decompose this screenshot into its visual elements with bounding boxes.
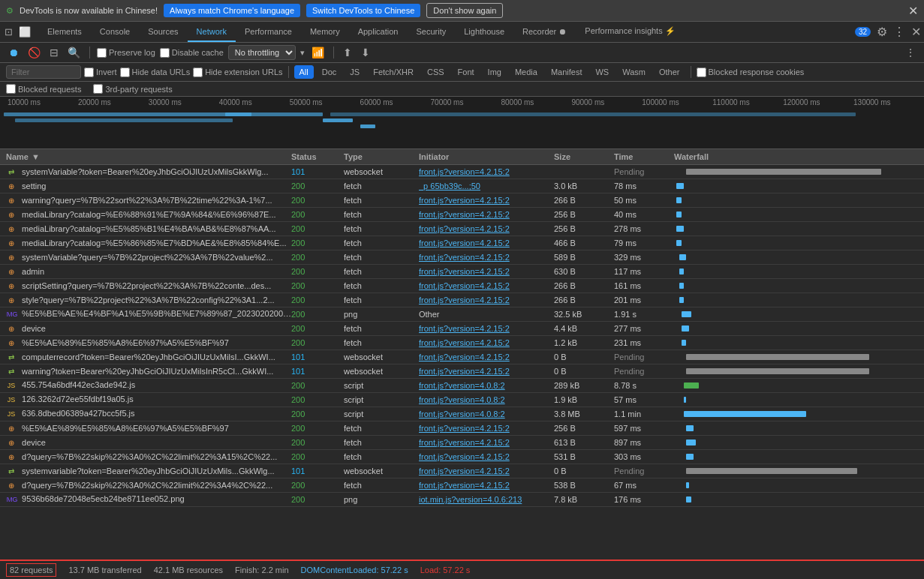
- filter-input[interactable]: [6, 65, 81, 79]
- filter-media[interactable]: Media: [510, 65, 543, 79]
- disable-cache-checkbox[interactable]: [160, 48, 170, 58]
- table-row[interactable]: ⊕ %E5%AE%89%E5%85%A8%E6%97%A5%E5%BF%97 2…: [0, 422, 924, 436]
- table-row[interactable]: ⇄ systemVariable?token=Bearer%20eyJhbGci…: [0, 165, 924, 179]
- table-row[interactable]: ⊕ mediaLibrary?catalog=%E6%88%91%E7%9A%8…: [0, 208, 924, 222]
- table-row[interactable]: ⊕ d?query=%7B%22skip%22%3A0%2C%22limit%2…: [0, 450, 924, 464]
- invert-checkbox[interactable]: [84, 68, 94, 77]
- tab-recorder[interactable]: Recorder ⏺: [513, 22, 576, 42]
- col-initiator-header[interactable]: Initiator: [419, 152, 554, 161]
- initiator-link[interactable]: front.js?version=4.0.8:2: [419, 381, 505, 390]
- tab-network[interactable]: Network: [188, 22, 236, 42]
- table-row[interactable]: IMG 9536b68de72048e5ecb24be8711ee052.png…: [0, 493, 924, 507]
- third-party-checkbox[interactable]: [93, 84, 103, 94]
- blocked-requests-checkbox[interactable]: [6, 84, 16, 94]
- table-row[interactable]: ⇄ warning?token=Bearer%20eyJhbGciOiJIUzU…: [0, 364, 924, 379]
- tab-performance-insights[interactable]: Performance insights ⚡: [576, 22, 684, 42]
- col-time-header[interactable]: Time: [614, 152, 674, 161]
- initiator-link[interactable]: front.js?version=4.2.15:2: [419, 281, 510, 290]
- search-icon[interactable]: 🔍: [65, 45, 83, 60]
- inspect-icon[interactable]: ⬜: [17, 25, 32, 39]
- disable-cache-label[interactable]: Disable cache: [160, 48, 224, 58]
- initiator-link[interactable]: front.js?version=4.2.15:2: [419, 367, 510, 376]
- initiator-link[interactable]: front.js?version=4.2.15:2: [419, 224, 510, 233]
- initiator-link[interactable]: front.js?version=4.0.8:2: [419, 395, 505, 404]
- hide-ext-urls-checkbox[interactable]: [193, 68, 203, 77]
- filter-manifest[interactable]: Manifest: [546, 65, 588, 79]
- hide-ext-urls-label[interactable]: Hide extension URLs: [193, 68, 282, 77]
- filter-img[interactable]: Img: [483, 65, 507, 79]
- table-row[interactable]: ⊕ warning?query=%7B%22sort%22%3A%7B%22ti…: [0, 194, 924, 208]
- switch-chinese-button[interactable]: Switch DevTools to Chinese: [306, 4, 420, 17]
- table-row[interactable]: ⇄ computerrecord?token=Bearer%20eyJhbGci…: [0, 350, 924, 364]
- filter-css[interactable]: CSS: [422, 65, 450, 79]
- table-row[interactable]: ⊕ device 200 fetch front.js?version=4.2.…: [0, 322, 924, 336]
- initiator-link[interactable]: front.js?version=4.2.15:2: [419, 296, 510, 304]
- col-status-header[interactable]: Status: [291, 152, 344, 161]
- initiator-link[interactable]: front.js?version=4.2.15:2: [419, 338, 510, 347]
- initiator-link[interactable]: front.js?version=4.0.8:2: [419, 410, 505, 418]
- table-row[interactable]: ⇄ systemvariable?token=Bearer%20eyJhbGci…: [0, 464, 924, 478]
- initiator-link[interactable]: front.js?version=4.2.15:2: [419, 452, 510, 461]
- col-waterfall-header[interactable]: Waterfall: [674, 152, 918, 161]
- close-icon[interactable]: ✕: [911, 25, 921, 39]
- issue-badge[interactable]: 32: [855, 27, 871, 37]
- col-type-header[interactable]: Type: [344, 152, 419, 161]
- more-icon[interactable]: ⋮: [893, 25, 905, 39]
- filter-other[interactable]: Other: [654, 65, 685, 79]
- more-tools-icon[interactable]: ⋮: [903, 45, 918, 60]
- initiator-link[interactable]: front.js?version=4.2.15:2: [419, 267, 510, 276]
- table-row[interactable]: ⊕ %E5%AE%89%E5%85%A8%E6%97%A5%E5%BF%97 2…: [0, 336, 924, 350]
- initiator-link[interactable]: front.js?version=4.2.15:2: [419, 466, 510, 476]
- table-row[interactable]: ⊕ systemVariable?query=%7B%22project%22%…: [0, 250, 924, 265]
- table-row[interactable]: ⊕ mediaLibrary?catalog=%E5%86%85%E7%BD%A…: [0, 236, 924, 250]
- initiator-link[interactable]: front.js?version=4.2.15:2: [419, 424, 510, 433]
- table-row[interactable]: JS 126.3262d72ee55fdbf19a05.js 200 scrip…: [0, 393, 924, 407]
- initiator-link[interactable]: front.js?version=4.2.15:2: [419, 210, 510, 219]
- initiator-link[interactable]: front.js?version=4.2.15:2: [419, 253, 510, 262]
- col-name-header[interactable]: Name ▼: [6, 152, 291, 161]
- table-body[interactable]: ⇄ systemVariable?token=Bearer%20eyJhbGci…: [0, 165, 924, 579]
- export-icon[interactable]: ⬇: [359, 45, 372, 60]
- table-row[interactable]: ⊕ d?query=%7B%22skip%22%3A0%2C%22limit%2…: [0, 478, 924, 493]
- device-icon[interactable]: ⊡: [3, 25, 14, 39]
- wifi-icon[interactable]: 📶: [309, 45, 327, 60]
- filter-doc[interactable]: Doc: [317, 65, 342, 79]
- tab-sources[interactable]: Sources: [139, 22, 187, 42]
- table-row[interactable]: IMG %E5%BE%AE%E4%BF%A1%E5%9B%BE%E7%89%87…: [0, 308, 924, 322]
- tab-elements[interactable]: Elements: [38, 22, 91, 42]
- notif-close-button[interactable]: ✕: [908, 4, 918, 18]
- throttle-select[interactable]: No throttling: [228, 45, 296, 60]
- import-icon[interactable]: ⬆: [341, 45, 354, 60]
- table-row[interactable]: ⊕ mediaLibrary?catalog=%E5%85%B1%E4%BA%A…: [0, 222, 924, 236]
- tab-lighthouse[interactable]: Lighthouse: [455, 22, 513, 42]
- table-row[interactable]: ⊕ device 200 fetch front.js?version=4.2.…: [0, 436, 924, 450]
- record-icon[interactable]: ⏺: [6, 45, 21, 60]
- initiator-link[interactable]: _p 65bb39c...;50: [419, 182, 480, 190]
- filter-wasm[interactable]: Wasm: [617, 65, 651, 79]
- initiator-link[interactable]: front.js?version=4.2.15:2: [419, 352, 510, 362]
- invert-label[interactable]: Invert: [84, 68, 117, 77]
- match-language-button[interactable]: Always match Chrome's language: [164, 4, 300, 17]
- filter-icon[interactable]: ⊟: [47, 45, 61, 60]
- table-row[interactable]: ⊕ style?query=%7B%22project%22%3A%7B%22c…: [0, 293, 924, 308]
- preserve-log-checkbox[interactable]: [97, 48, 107, 58]
- initiator-link[interactable]: iot.min.js?version=4.0.6:213: [419, 495, 522, 504]
- tab-console[interactable]: Console: [91, 22, 139, 42]
- clear-icon[interactable]: 🚫: [26, 45, 43, 60]
- table-row[interactable]: ⊕ scriptSetting?query=%7B%22project%22%3…: [0, 279, 924, 293]
- tab-memory[interactable]: Memory: [301, 22, 349, 42]
- blocked-requests-label[interactable]: Blocked requests: [6, 84, 81, 94]
- initiator-link[interactable]: front.js?version=4.2.15:2: [419, 324, 510, 333]
- col-size-header[interactable]: Size: [554, 152, 614, 161]
- tab-performance[interactable]: Performance: [236, 22, 301, 42]
- filter-fetch[interactable]: Fetch/XHR: [368, 65, 419, 79]
- initiator-link[interactable]: front.js?version=4.2.15:2: [419, 481, 510, 490]
- table-row[interactable]: ⊕ setting 200 fetch _p 65bb39c...;50 3.0…: [0, 179, 924, 194]
- initiator-link[interactable]: front.js?version=4.2.15:2: [419, 196, 510, 205]
- table-row[interactable]: JS 636.8dbed06389a427bcc5f5.js 200 scrip…: [0, 407, 924, 422]
- filter-ws[interactable]: WS: [590, 65, 614, 79]
- filter-all[interactable]: All: [294, 65, 314, 79]
- initiator-link[interactable]: front.js?version=4.2.15:2: [419, 167, 510, 176]
- tab-security[interactable]: Security: [407, 22, 455, 42]
- third-party-label[interactable]: 3rd-party requests: [93, 84, 172, 94]
